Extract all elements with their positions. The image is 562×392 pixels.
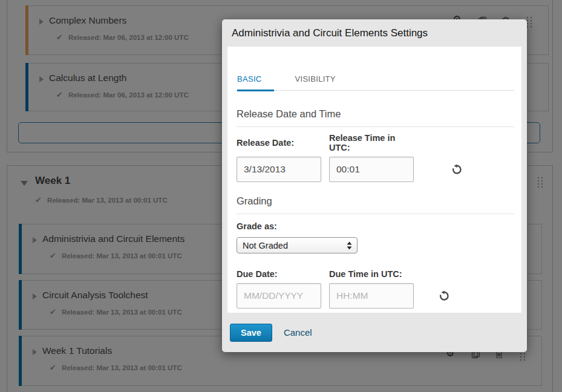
grade-select-value: Not Graded — [243, 241, 288, 250]
due-time-input[interactable] — [329, 283, 414, 309]
tab-visibility[interactable]: VISIBILITY — [295, 74, 336, 90]
due-date-input[interactable] — [237, 283, 321, 309]
modal-body: BASIC VISIBILITY Release Date and Time R… — [227, 47, 521, 313]
modal-footer: Save Cancel — [222, 313, 527, 352]
release-date-input[interactable] — [237, 157, 321, 182]
due-time-label: Due Time in UTC: — [329, 269, 414, 279]
release-fields: Release Date: Release Time in UTC: — [237, 133, 514, 182]
reset-release-icon[interactable] — [451, 164, 462, 175]
release-time-input[interactable] — [329, 157, 414, 182]
due-date-label: Due Date: — [237, 269, 321, 279]
reset-due-icon[interactable] — [439, 290, 449, 301]
release-time-label: Release Time in UTC: — [329, 133, 414, 152]
grading-section-heading: Grading — [237, 195, 514, 207]
tab-basic[interactable]: BASIC — [237, 74, 274, 91]
grade-as-label: Grade as: — [237, 221, 514, 231]
due-fields: Due Date: Due Time in UTC: — [237, 269, 514, 309]
release-section-heading: Release Date and Time — [237, 108, 514, 120]
save-button[interactable]: Save — [230, 324, 272, 342]
modal-tabs: BASIC VISIBILITY — [237, 74, 514, 91]
modal-title: Administrivia and Circuit Elements Setti… — [222, 19, 527, 47]
divider — [237, 214, 514, 214]
grade-select[interactable]: Not Graded — [237, 237, 358, 253]
course-outline-page: Complex Numbers ✔ Released: Mar 06, 2013… — [0, 0, 562, 392]
cancel-link[interactable]: Cancel — [284, 327, 312, 338]
divider — [237, 126, 514, 127]
release-date-label: Release Date: — [237, 138, 321, 148]
select-stepper-icon — [347, 241, 352, 250]
settings-modal: Administrivia and Circuit Elements Setti… — [222, 19, 527, 352]
